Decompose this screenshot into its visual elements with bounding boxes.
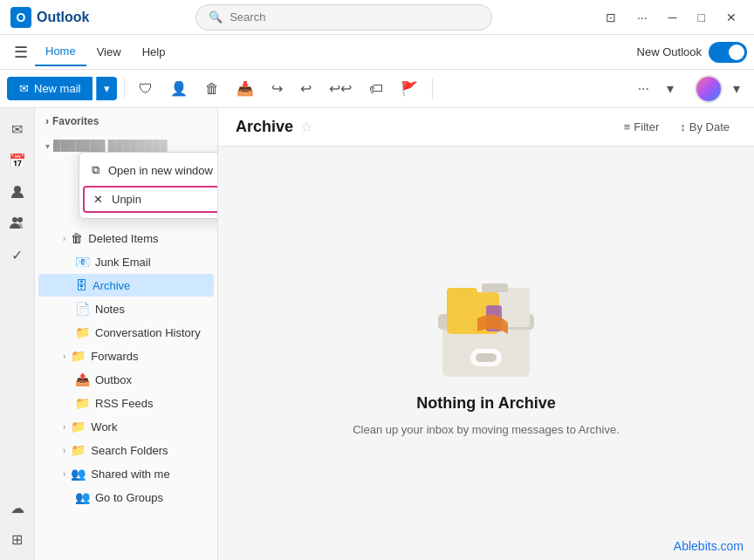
work-chevron: › — [63, 422, 65, 432]
rss-feeds-label: RSS Feeds — [95, 397, 153, 410]
outbox-folder[interactable]: 📤 Outbox — [38, 368, 214, 391]
new-mail-button[interactable]: ✉ New mail — [7, 77, 93, 100]
outbox-icon: 📤 — [75, 372, 90, 386]
context-menu: ⧉ Open in new window ✕ Unpin — [79, 152, 218, 219]
forward-btn[interactable]: ↪ — [264, 75, 290, 102]
close-btn[interactable]: ✕ — [719, 7, 744, 28]
new-mail-label: New mail — [34, 82, 80, 95]
outbox-label: Outbox — [95, 373, 132, 386]
archive-folder[interactable]: 🗄 Archive — [38, 274, 214, 297]
ablebits-watermark: Ablebits.com — [674, 539, 744, 553]
toolbar-separator-1 — [124, 79, 125, 99]
notes-icon: 📄 — [75, 302, 90, 316]
conversation-icon: 📁 — [75, 325, 90, 339]
maximize-btn[interactable]: □ — [691, 7, 712, 28]
account-name: ███████ ████████ — [53, 140, 168, 152]
search-folders-folder[interactable]: › 📁 Search Folders — [38, 439, 214, 461]
menu-home[interactable]: Home — [35, 38, 86, 66]
contacts-nav-btn[interactable] — [3, 178, 31, 206]
people-nav-btn[interactable] — [3, 209, 31, 237]
profile-dropdown-btn[interactable]: ▾ — [726, 75, 747, 102]
shared-with-me-label: Shared with me — [91, 468, 169, 481]
go-to-groups-folder[interactable]: 👥 Go to Groups — [38, 486, 214, 509]
archive-icon: 🗄 — [75, 278, 87, 292]
deleted-items-chevron: › — [63, 234, 65, 243]
title-bar: O Outlook 🔍 ⊡ ··· ─ □ ✕ — [0, 0, 754, 35]
mail-icon: ✉ — [19, 82, 29, 95]
filter-btn[interactable]: ≡ Filter — [617, 117, 666, 137]
forwards-label: Forwards — [91, 350, 138, 363]
account-chevron-icon: ▾ — [45, 141, 50, 151]
more-options-btn[interactable]: ··· — [630, 7, 655, 28]
groups-icon: 👥 — [75, 490, 90, 504]
profile-avatar[interactable] — [695, 75, 723, 103]
minimize-btn[interactable]: ─ — [661, 7, 684, 28]
cloud-nav-btn[interactable]: ☁ — [3, 494, 31, 522]
favorites-chevron-icon: › — [45, 115, 49, 127]
flag-btn[interactable]: 🚩 — [394, 75, 425, 102]
search-icon: 🔍 — [209, 10, 223, 24]
reply-btn[interactable]: ↩ — [293, 75, 319, 102]
shared-with-me-folder[interactable]: › 👥 Shared with me — [38, 462, 214, 485]
filter-area: ≡ Filter ↕ By Date — [617, 117, 737, 137]
delete-btn[interactable]: 🗑 — [198, 76, 226, 102]
work-folder[interactable]: › 📁 Work — [38, 415, 214, 438]
folder-panel: › Favorites ▾ ███████ ████████ ⧉ Open in… — [35, 108, 218, 560]
sort-icon: ↕ — [680, 120, 686, 133]
toolbar-more-btn[interactable]: ··· — [631, 76, 656, 102]
calendar-nav-btn[interactable]: 📅 — [3, 147, 31, 174]
forwards-folder[interactable]: › 📁 Forwards — [38, 345, 214, 367]
menu-bar: ☰ Home View Help New Outlook — [0, 35, 754, 70]
rss-feeds-folder[interactable]: 📁 RSS Feeds — [38, 392, 214, 414]
junk-email-label: Junk Email — [95, 256, 151, 269]
favorites-header[interactable]: › Favorites — [35, 108, 217, 134]
junk-email-folder[interactable]: 📧 Junk Email — [38, 250, 214, 273]
people-btn[interactable]: 👤 — [163, 75, 195, 102]
hamburger-menu[interactable]: ☰ — [7, 39, 35, 65]
compose-icon-btn[interactable]: ⊡ — [599, 7, 623, 28]
archive-btn[interactable]: 📥 — [230, 75, 261, 102]
search-bar[interactable]: 🔍 — [195, 4, 492, 31]
sort-label: By Date — [689, 120, 730, 133]
tag-btn[interactable]: 🏷 — [362, 76, 390, 102]
new-outlook-switch[interactable] — [709, 42, 747, 63]
unpin-item[interactable]: ✕ Unpin — [83, 186, 218, 213]
shield-btn[interactable]: 🛡 — [132, 76, 160, 102]
junk-email-icon: 📧 — [75, 255, 90, 269]
svg-point-2 — [17, 217, 23, 222]
open-new-window-item[interactable]: ⧉ Open in new window — [79, 156, 218, 184]
svg-rect-8 — [447, 288, 477, 298]
trash-icon: 🗑 — [71, 231, 83, 245]
reply-all-btn[interactable]: ↩↩ — [322, 75, 359, 102]
search-input[interactable] — [230, 10, 479, 24]
outlook-logo-icon: O — [10, 7, 31, 28]
contacts-icon — [10, 184, 25, 200]
conversation-history-folder[interactable]: 📁 Conversation History — [38, 321, 214, 344]
menu-help[interactable]: Help — [132, 38, 176, 66]
search-folders-chevron: › — [63, 446, 65, 455]
open-new-window-label: Open in new window — [108, 164, 213, 177]
new-outlook-label: New Outlook — [637, 45, 702, 58]
deleted-items-label: Deleted Items — [88, 232, 158, 245]
deleted-items-folder[interactable]: › 🗑 Deleted Items — [38, 227, 214, 249]
unpin-label: Unpin — [112, 193, 141, 206]
new-mail-dropdown[interactable]: ▾ — [96, 77, 117, 100]
sort-btn[interactable]: ↕ By Date — [673, 117, 737, 137]
toolbar-chevron-btn[interactable]: ▾ — [660, 75, 681, 102]
apps-nav-btn[interactable]: ⊞ — [3, 525, 31, 553]
archive-illustration — [425, 270, 547, 384]
rss-icon: 📁 — [75, 396, 90, 410]
notes-folder[interactable]: 📄 Notes — [38, 297, 214, 320]
work-icon: 📁 — [71, 420, 86, 434]
star-icon[interactable]: ☆ — [300, 119, 312, 135]
svg-rect-6 — [482, 283, 508, 292]
toolbar: ✉ New mail ▾ 🛡 👤 🗑 📥 ↪ ↩ ↩↩ 🏷 🚩 ··· ▾ ▾ — [0, 70, 754, 108]
app-logo: O Outlook — [10, 7, 89, 28]
mail-nav-btn[interactable]: ✉ — [3, 115, 31, 143]
tasks-nav-btn[interactable]: ✓ — [3, 241, 31, 269]
menu-view[interactable]: View — [86, 38, 132, 66]
search-folders-label: Search Folders — [91, 444, 168, 457]
empty-subtitle: Clean up your inbox by moving messages t… — [353, 423, 620, 436]
content-header: Archive ☆ ≡ Filter ↕ By Date — [218, 108, 754, 147]
filter-icon: ≡ — [624, 120, 631, 133]
